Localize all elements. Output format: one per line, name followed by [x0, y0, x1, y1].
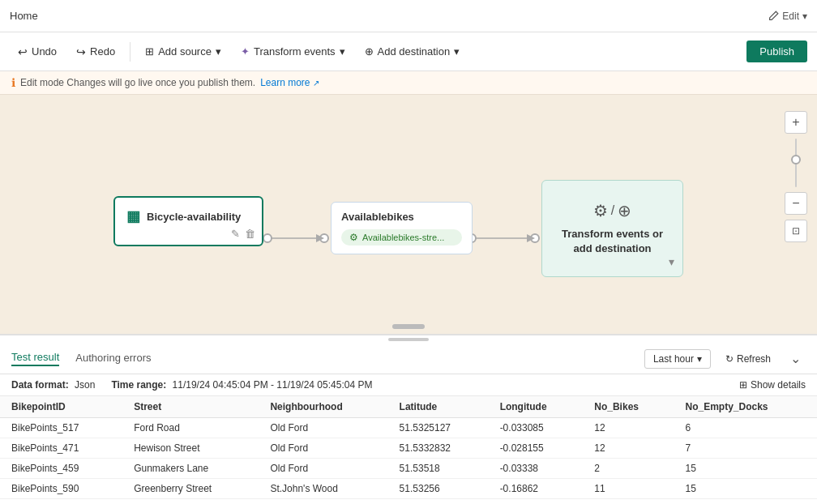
- stream-node-title: Availablebikes: [341, 211, 462, 223]
- redo-label: Redo: [90, 45, 115, 58]
- source-node-icon: ▦: [126, 207, 140, 225]
- undo-label: Undo: [32, 45, 57, 58]
- destination-node-text: Transform events or add destination: [554, 227, 671, 256]
- tab-test-result[interactable]: Test result: [11, 351, 59, 366]
- table-cell: BikePoints_394: [0, 499, 122, 505]
- table-cell: 11: [583, 479, 674, 499]
- svg-point-1: [263, 234, 272, 242]
- tab-actions: Last hour ▾ ↻ Refresh ⌄: [644, 348, 806, 369]
- table-cell: 17: [674, 499, 817, 505]
- publish-button[interactable]: Publish: [746, 41, 807, 62]
- destination-node[interactable]: ⚙ / ⊕ Transform events or add destinatio…: [541, 180, 683, 277]
- transform-events-button[interactable]: ✦ Transform events ▾: [233, 41, 353, 62]
- gear-icon: ⚙: [593, 201, 608, 220]
- table-cell: St. John's Wood: [259, 499, 387, 505]
- top-bar-left: Home: [10, 10, 38, 22]
- data-format-label: Data format: Json: [11, 379, 95, 391]
- table-header: No_Bikes: [583, 396, 674, 418]
- zoom-out-button[interactable]: −: [785, 192, 807, 215]
- redo-button[interactable]: ↪ Redo: [68, 41, 123, 62]
- edit-node-button[interactable]: ✎: [231, 228, 240, 240]
- data-info-bar: Data format: Json Time range: 11/19/24 0…: [0, 374, 817, 396]
- info-message: Edit mode Changes will go live once you …: [20, 77, 255, 88]
- refresh-icon: ↻: [725, 353, 734, 365]
- refresh-button[interactable]: ↻ Refresh: [717, 350, 779, 368]
- destination-chevron-icon: ▾: [669, 255, 674, 268]
- zoom-in-button[interactable]: +: [785, 111, 807, 134]
- learn-more-label: Learn more: [260, 77, 310, 88]
- svg-marker-7: [527, 234, 535, 242]
- table-cell: 51.5325127: [388, 418, 489, 438]
- external-link-icon: ↗: [313, 79, 319, 88]
- table-header: Latitude: [388, 396, 489, 418]
- table-cell: 1: [583, 499, 674, 505]
- source-node-name: Bicycle-availability: [147, 211, 241, 223]
- table-header: BikepointID: [0, 396, 122, 418]
- publish-label: Publish: [759, 45, 794, 58]
- svg-point-6: [531, 234, 539, 242]
- table-header: No_Empty_Docks: [674, 396, 817, 418]
- add-destination-chevron: ▾: [454, 45, 460, 58]
- transform-chevron: ▾: [340, 45, 345, 58]
- table-cell: 51.524826: [388, 499, 489, 505]
- add-destination-button[interactable]: ⊕ Add destination ▾: [357, 41, 468, 62]
- undo-button[interactable]: ↩ Undo: [10, 41, 65, 62]
- table-cell: -0.176268: [489, 499, 584, 505]
- table-cell: 15: [674, 479, 817, 499]
- time-range-info-value: 11/19/24 04:45:04 PM - 11/19/24 05:45:04…: [173, 379, 373, 391]
- table-icon: ⊞: [739, 379, 747, 391]
- time-range-dropdown[interactable]: Last hour ▾: [644, 349, 711, 369]
- zoom-fit-button[interactable]: ⊡: [785, 220, 807, 242]
- source-node-header: ▦ Bicycle-availability: [126, 207, 250, 225]
- table-row: BikePoints_590Greenberry StreetSt.John's…: [0, 479, 817, 499]
- refresh-label: Refresh: [737, 353, 771, 365]
- table-cell: Ford Road: [122, 418, 259, 438]
- table-cell: BikePoints_590: [0, 479, 122, 499]
- svg-marker-3: [316, 234, 324, 242]
- table-row: BikePoints_394Aberdeen PlaceSt. John's W…: [0, 499, 817, 505]
- add-source-button[interactable]: ⊞ Add source ▾: [137, 41, 229, 62]
- edit-button[interactable]: Edit ▾: [768, 11, 807, 22]
- drag-handle[interactable]: [0, 335, 817, 344]
- zoom-controls: + − ⊡: [785, 111, 807, 242]
- zoom-slider-track: [795, 139, 797, 187]
- table-header: Street: [122, 396, 259, 418]
- edit-icon: [768, 11, 779, 21]
- add-source-label: Add source: [158, 45, 212, 58]
- source-node[interactable]: ▦ Bicycle-availability ✎ 🗑: [113, 196, 263, 246]
- data-table: BikepointIDStreetNeighbourhoodLatitudeLo…: [0, 396, 817, 504]
- bottom-tabs: Test result Authoring errors Last hour ▾…: [0, 344, 817, 374]
- svg-point-2: [320, 234, 328, 242]
- zoom-slider-thumb[interactable]: [791, 155, 801, 164]
- more-options-button[interactable]: ⌄: [785, 348, 806, 369]
- tab-authoring-errors[interactable]: Authoring errors: [75, 352, 151, 365]
- home-label: Home: [10, 10, 38, 22]
- bottom-panel: Test result Authoring errors Last hour ▾…: [0, 334, 817, 504]
- stream-chip-label: Availablebikes-stre...: [362, 233, 444, 242]
- add-source-icon: ⊞: [145, 45, 154, 58]
- stream-node[interactable]: Availablebikes ⚙ Availablebikes-stre...: [331, 202, 473, 254]
- table-cell: 51.53256: [388, 479, 489, 499]
- canvas: ▦ Bicycle-availability ✎ 🗑 Availablebike…: [0, 95, 817, 334]
- table-cell: 7: [674, 438, 817, 459]
- show-details-button[interactable]: ⊞ Show details: [739, 379, 806, 391]
- slash-separator: /: [611, 203, 614, 218]
- add-source-chevron: ▾: [216, 45, 221, 58]
- destination-icon: ⊕: [618, 201, 631, 220]
- table-cell: Gunmakers Lane: [122, 459, 259, 479]
- table-cell: 51.5332832: [388, 438, 489, 459]
- time-range-info-key: Time range:: [111, 379, 166, 391]
- table-header-row: BikepointIDStreetNeighbourhoodLatitudeLo…: [0, 396, 817, 418]
- info-bar: ℹ Edit mode Changes will go live once yo…: [0, 71, 817, 95]
- table-cell: Hewison Street: [122, 438, 259, 459]
- transform-events-label: Transform events: [254, 45, 336, 58]
- learn-more-link[interactable]: Learn more ↗: [260, 77, 319, 88]
- redo-icon: ↪: [76, 45, 86, 58]
- add-destination-label: Add destination: [378, 45, 451, 58]
- divider: [130, 42, 130, 62]
- table-row: BikePoints_459Gunmakers LaneOld Ford51.5…: [0, 459, 817, 479]
- table-header: Neighbourhood: [259, 396, 387, 418]
- undo-icon: ↩: [18, 45, 28, 58]
- delete-node-button[interactable]: 🗑: [245, 228, 255, 240]
- transform-events-icon: ✦: [241, 45, 250, 58]
